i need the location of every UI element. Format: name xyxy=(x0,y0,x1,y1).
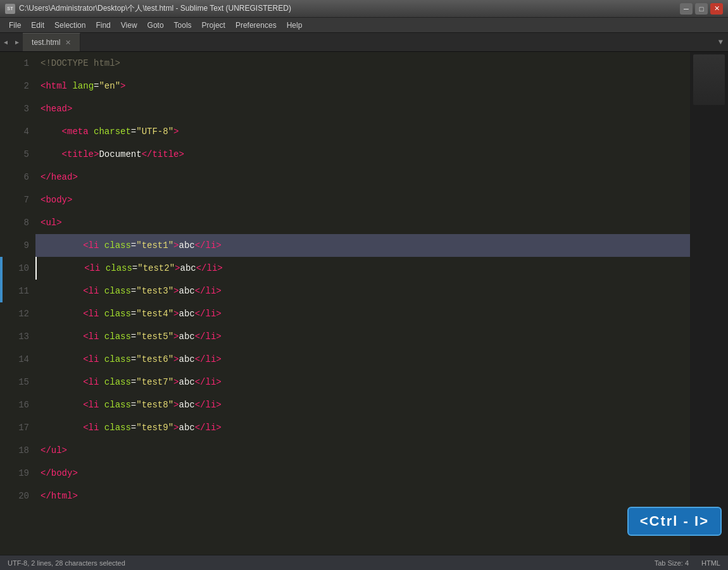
menu-help[interactable]: Help xyxy=(282,20,308,31)
title-bar-left: ST C:\Users\Administrator\Desktop\个人\tes… xyxy=(5,3,291,14)
menu-edit[interactable]: Edit xyxy=(26,20,49,31)
editor-area: 1 2 3 4 5 6 7 8 9 10 11 12 13 14 15 16 1… xyxy=(0,52,728,555)
code-line-1: <!DOCTYPE html> xyxy=(35,52,690,75)
code-line-15: <li class="test7">abc</li> xyxy=(35,371,690,393)
code-line-16: <li class="test8">abc</li> xyxy=(35,393,690,416)
line-num-6: 6 xyxy=(5,166,35,189)
maximize-button[interactable]: □ xyxy=(695,3,708,15)
line-num-17: 17 xyxy=(5,416,35,439)
menu-file[interactable]: File xyxy=(4,20,26,31)
tab-test-html[interactable]: test.html ✕ xyxy=(23,33,80,51)
code-line-9: <li class="test1">abc</li> xyxy=(35,234,690,257)
line-num-11: 11 xyxy=(5,280,35,302)
code-line-19: </body> xyxy=(35,462,690,485)
title-bar: ST C:\Users\Administrator\Desktop\个人\tes… xyxy=(0,0,728,18)
code-line-2: <html lang="en"> xyxy=(35,75,690,97)
menu-selection[interactable]: Selection xyxy=(49,20,91,31)
line-num-15: 15 xyxy=(5,371,35,393)
tab-close-button[interactable]: ✕ xyxy=(65,39,71,47)
status-bar: UTF-8, 2 lines, 28 characters selected T… xyxy=(0,555,728,570)
code-line-18: </ul> xyxy=(35,439,690,462)
code-line-6: </head> xyxy=(35,166,690,189)
tab-next-button[interactable]: ▶ xyxy=(11,33,23,51)
line-num-9: 9 xyxy=(5,234,35,257)
line-num-1: 1 xyxy=(5,52,35,75)
code-line-5: <title>Document</title> xyxy=(35,143,690,166)
code-line-20: </html> xyxy=(35,485,690,507)
line-num-18: 18 xyxy=(5,439,35,462)
menu-find[interactable]: Find xyxy=(91,20,115,31)
code-line-11: <li class="test3">abc</li> xyxy=(35,280,690,302)
minimap-preview xyxy=(693,54,725,105)
status-right: Tab Size: 4 HTML xyxy=(655,559,720,567)
line-num-8: 8 xyxy=(5,211,35,234)
minimize-button[interactable]: ─ xyxy=(680,3,693,15)
window-controls: ─ □ ✕ xyxy=(680,3,723,15)
code-line-17: <li class="test9">abc</li> xyxy=(35,416,690,439)
status-syntax[interactable]: HTML xyxy=(701,559,720,567)
code-editor[interactable]: <!DOCTYPE html> <html lang="en"> <head> … xyxy=(35,52,690,555)
line-numbers: 1 2 3 4 5 6 7 8 9 10 11 12 13 14 15 16 1… xyxy=(5,52,35,555)
line-num-20: 20 xyxy=(5,485,35,507)
tab-bar: ◀ ▶ test.html ✕ ▼ xyxy=(0,33,728,52)
status-tab-size[interactable]: Tab Size: 4 xyxy=(655,559,689,567)
code-line-3: <head> xyxy=(35,97,690,120)
line-num-14: 14 xyxy=(5,348,35,371)
ctrl-i-badge: <Ctrl - I> xyxy=(627,507,722,536)
line-num-5: 5 xyxy=(5,143,35,166)
tab-label: test.html xyxy=(32,38,60,47)
code-line-14: <li class="test6">abc</li> xyxy=(35,348,690,371)
code-line-7: <body> xyxy=(35,189,690,211)
menu-goto[interactable]: Goto xyxy=(142,20,169,31)
selection-indicator xyxy=(0,257,3,302)
app-icon: ST xyxy=(5,4,15,14)
code-line-4: <meta charset="UTF-8"> xyxy=(35,120,690,143)
line-num-7: 7 xyxy=(5,189,35,211)
code-line-10: <li class="test2">abc</li> xyxy=(35,257,690,280)
left-margin xyxy=(0,52,5,555)
menu-project[interactable]: Project xyxy=(197,20,230,31)
tab-prev-button[interactable]: ◀ xyxy=(0,33,11,51)
line-num-13: 13 xyxy=(5,325,35,348)
close-button[interactable]: ✕ xyxy=(710,3,723,15)
tab-dropdown-button[interactable]: ▼ xyxy=(713,38,728,47)
menu-preferences[interactable]: Preferences xyxy=(230,20,282,31)
menu-tools[interactable]: Tools xyxy=(169,20,197,31)
minimap xyxy=(690,52,728,555)
line-num-12: 12 xyxy=(5,302,35,325)
line-num-10: 10 xyxy=(5,257,35,280)
code-line-13: <li class="test5">abc</li> xyxy=(35,325,690,348)
window-title: C:\Users\Administrator\Desktop\个人\test.h… xyxy=(19,3,291,14)
code-line-8: <ul> xyxy=(35,211,690,234)
line-num-4: 4 xyxy=(5,120,35,143)
line-num-16: 16 xyxy=(5,393,35,416)
line-num-19: 19 xyxy=(5,462,35,485)
line-num-3: 3 xyxy=(5,97,35,120)
code-line-12: <li class="test4">abc</li> xyxy=(35,302,690,325)
menu-view[interactable]: View xyxy=(116,20,142,31)
status-selection-info: UTF-8, 2 lines, 28 characters selected xyxy=(8,559,125,567)
line-num-2: 2 xyxy=(5,75,35,97)
menu-bar: File Edit Selection Find View Goto Tools… xyxy=(0,18,728,33)
